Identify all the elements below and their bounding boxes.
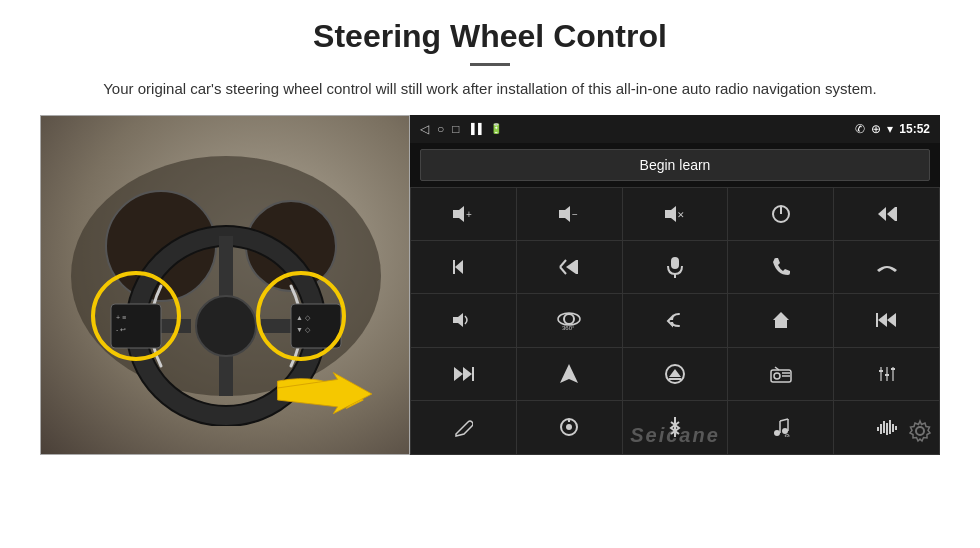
svg-marker-26 <box>878 207 886 221</box>
next-track-icon <box>452 259 474 275</box>
battery-icon: 🔋 <box>490 123 502 134</box>
vol-down-icon: − <box>558 205 580 223</box>
mute-button[interactable]: ✕ <box>623 188 728 240</box>
svg-point-53 <box>774 373 780 379</box>
navigation-icon <box>560 363 578 385</box>
svg-point-67 <box>774 430 780 436</box>
bluetooth-icon <box>667 416 683 438</box>
svg-line-32 <box>560 267 566 274</box>
svg-line-31 <box>560 260 566 267</box>
end-call-icon <box>876 258 898 276</box>
mic-icon <box>666 256 684 278</box>
power-button[interactable] <box>728 188 833 240</box>
gear-icon <box>908 419 932 443</box>
fast-forward-button[interactable] <box>411 348 516 400</box>
end-call-button[interactable] <box>834 241 939 293</box>
prev-track-end-icon <box>876 206 898 222</box>
svg-marker-50 <box>669 369 681 377</box>
radio-icon <box>770 365 792 383</box>
svg-marker-46 <box>454 367 463 381</box>
mic-button[interactable] <box>623 241 728 293</box>
settings-knob-button[interactable] <box>517 401 622 453</box>
status-bar-left: ◁ ○ □ ▐▐ 🔋 <box>420 122 502 136</box>
phone-status-icon: ✆ <box>855 122 865 136</box>
svg-line-71 <box>780 419 788 421</box>
eject-button[interactable] <box>623 348 728 400</box>
svg-point-38 <box>564 314 574 324</box>
radio-button[interactable] <box>728 348 833 400</box>
music-button[interactable]: ⚙ <box>728 401 833 453</box>
svg-point-80 <box>916 427 924 435</box>
music-icon: ⚙ <box>771 417 791 437</box>
camera360-icon: 360° <box>557 309 581 331</box>
recents-nav-icon[interactable]: □ <box>452 122 459 136</box>
yellow-arrow <box>269 364 389 424</box>
svg-point-64 <box>566 424 572 430</box>
status-bar: ◁ ○ □ ▐▐ 🔋 ✆ ⊕ ▾ 15:52 <box>410 115 940 143</box>
pen-button[interactable] <box>411 401 516 453</box>
svg-marker-22 <box>665 206 676 222</box>
content-row: + ≡ - ↩ ▲ ◇ ▼ ◇ ◁ ○ <box>40 115 940 455</box>
svg-marker-47 <box>463 367 472 381</box>
location-status-icon: ⊕ <box>871 122 881 136</box>
signal-icon: ▐▐ <box>468 123 482 134</box>
svg-rect-35 <box>671 257 679 269</box>
back-nav-icon[interactable]: ◁ <box>420 122 429 136</box>
status-bar-right: ✆ ⊕ ▾ 15:52 <box>855 122 930 136</box>
back-icon <box>665 310 685 330</box>
head-unit: ◁ ○ □ ▐▐ 🔋 ✆ ⊕ ▾ 15:52 Begin learn <box>410 115 940 455</box>
rewind-icon <box>876 312 898 328</box>
rewind-button[interactable] <box>834 294 939 346</box>
svg-marker-33 <box>566 260 576 274</box>
highlight-circle-left <box>91 271 181 361</box>
gear-corner-icon[interactable] <box>908 419 932 449</box>
svg-marker-43 <box>878 313 887 327</box>
call-button[interactable] <box>728 241 833 293</box>
page-subtitle: Your original car's steering wheel contr… <box>103 78 877 101</box>
camera360-button[interactable]: 360° <box>517 294 622 346</box>
vol-up-button[interactable]: + <box>411 188 516 240</box>
svg-marker-48 <box>560 364 578 383</box>
bluetooth-button[interactable] <box>623 401 728 453</box>
page-title: Steering Wheel Control <box>313 18 667 55</box>
equalizer-icon <box>877 364 897 384</box>
svg-marker-42 <box>887 313 896 327</box>
svg-text:⚙: ⚙ <box>784 433 790 437</box>
prev-track-end-button[interactable] <box>834 188 939 240</box>
svg-text:−: − <box>572 209 578 220</box>
speaker-button[interactable] <box>411 294 516 346</box>
power-icon <box>771 204 791 224</box>
car-image-area: + ≡ - ↩ ▲ ◇ ▼ ◇ <box>40 115 410 455</box>
waveform-icon <box>876 419 898 435</box>
title-divider <box>470 63 510 66</box>
equalizer-button[interactable] <box>834 348 939 400</box>
svg-marker-41 <box>773 312 789 328</box>
svg-text:360°: 360° <box>562 325 575 331</box>
call-icon <box>771 257 791 277</box>
skip-forward-button[interactable] <box>517 241 622 293</box>
svg-text:+: + <box>466 209 472 220</box>
speaker-icon <box>452 311 474 329</box>
svg-marker-37 <box>453 313 463 327</box>
svg-marker-27 <box>887 207 895 221</box>
vol-down-button[interactable]: − <box>517 188 622 240</box>
navigation-button[interactable] <box>517 348 622 400</box>
controls-grid: + − ✕ <box>410 187 940 455</box>
home-button[interactable] <box>728 294 833 346</box>
home-nav-icon[interactable]: ○ <box>437 122 444 136</box>
fast-forward-icon <box>452 366 474 382</box>
page-container: Steering Wheel Control Your original car… <box>0 0 980 548</box>
svg-text:✕: ✕ <box>677 210 685 220</box>
skip-forward-icon <box>558 259 580 275</box>
back-button[interactable] <box>623 294 728 346</box>
eject-icon <box>665 364 685 384</box>
begin-learn-button[interactable]: Begin learn <box>420 149 930 181</box>
next-track-button[interactable] <box>411 241 516 293</box>
svg-point-10 <box>196 296 256 356</box>
mute-icon: ✕ <box>664 205 686 223</box>
svg-marker-30 <box>455 260 463 274</box>
pen-icon <box>453 417 473 437</box>
begin-learn-row: Begin learn <box>410 143 940 187</box>
home-icon <box>771 310 791 330</box>
highlight-circle-right <box>256 271 346 361</box>
